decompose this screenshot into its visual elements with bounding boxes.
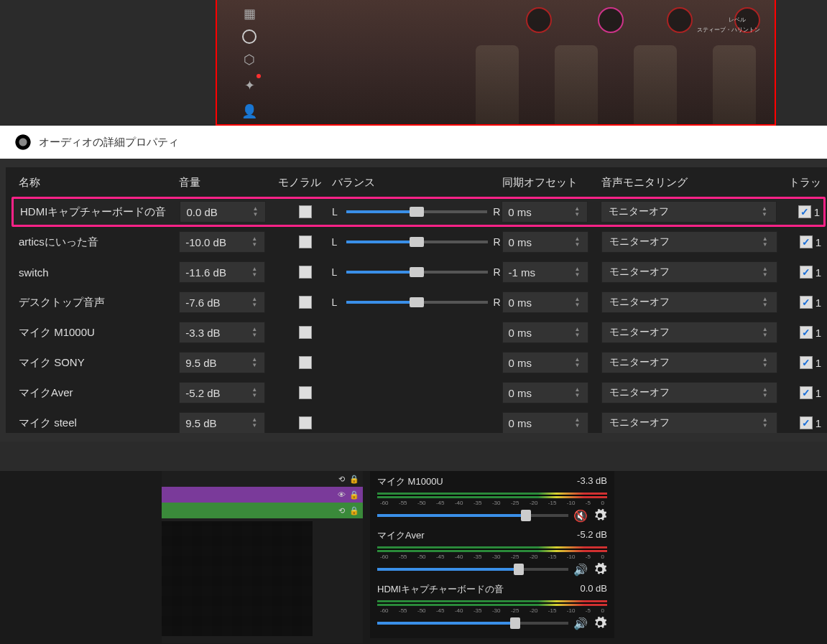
- volume-spinbox[interactable]: -3.3 dB▲▼: [179, 322, 265, 343]
- refresh-icon[interactable]: ⟲: [336, 473, 347, 485]
- meter-ticks: -60-55-50-45-40-35-30-25-20-15-10-50: [377, 554, 607, 560]
- balance-left-label: L: [332, 236, 341, 248]
- monitoring-dropdown[interactable]: モニターオフ▲▼: [601, 412, 777, 433]
- mono-checkbox[interactable]: [299, 386, 312, 399]
- track-1-checkbox[interactable]: [800, 386, 813, 399]
- monitoring-dropdown[interactable]: モニターオフ▲▼: [601, 291, 777, 313]
- lock-icon[interactable]: 🔒: [348, 505, 360, 516]
- mono-checkbox[interactable]: [299, 326, 312, 339]
- gear-icon[interactable]: [593, 562, 607, 577]
- spinbox-arrows-icon[interactable]: ▲▼: [251, 263, 262, 281]
- mono-checkbox[interactable]: [299, 266, 312, 279]
- offset-spinbox[interactable]: 0 ms▲▼: [502, 291, 588, 313]
- gear-icon[interactable]: [593, 616, 607, 630]
- track-1-checkbox[interactable]: [800, 266, 813, 279]
- speaker-icon[interactable]: 🔊: [573, 615, 588, 631]
- balance-slider[interactable]: [346, 210, 487, 213]
- dropdown-arrows-icon[interactable]: ▲▼: [762, 205, 772, 219]
- spinbox-arrows-icon[interactable]: ▲▼: [251, 414, 262, 431]
- grid-icon[interactable]: ▦: [239, 4, 259, 24]
- offset-spinbox[interactable]: 0 ms▲▼: [502, 322, 588, 343]
- spinbox-arrows-icon[interactable]: ▲▼: [251, 294, 262, 311]
- monitoring-dropdown[interactable]: モニターオフ▲▼: [601, 261, 777, 283]
- mono-checkbox[interactable]: [299, 416, 312, 429]
- spinbox-arrows-icon[interactable]: ▲▼: [251, 384, 262, 401]
- lock-icon[interactable]: 🔒: [348, 489, 360, 500]
- track-1-checkbox[interactable]: [800, 356, 813, 369]
- offset-spinbox[interactable]: 0 ms▲▼: [502, 382, 588, 403]
- audio-row: マイク SONY 9.5 dB▲▼ 0 ms▲▼ モニターオフ▲▼ 1: [10, 347, 827, 378]
- dropdown-arrows-icon[interactable]: ▲▼: [762, 355, 772, 370]
- dialog-titlebar[interactable]: オーディオの詳細プロパティ: [0, 126, 827, 159]
- hex-icon[interactable]: ⬡: [239, 50, 259, 70]
- spinbox-arrows-icon[interactable]: ▲▼: [574, 203, 584, 220]
- volume-slider[interactable]: [377, 568, 568, 571]
- offset-spinbox[interactable]: 0 ms▲▼: [502, 201, 588, 223]
- volume-spinbox[interactable]: -11.6 dB▲▼: [179, 261, 265, 283]
- speaker-icon[interactable]: 🔊: [573, 561, 588, 577]
- speaker-muted-icon[interactable]: 🔇: [573, 508, 588, 523]
- balance-slider[interactable]: [346, 271, 488, 274]
- mono-checkbox[interactable]: [299, 296, 312, 309]
- source-row[interactable]: ⟲🔒: [162, 471, 363, 487]
- monitoring-dropdown[interactable]: モニターオフ▲▼: [601, 201, 777, 223]
- spinbox-arrows-icon[interactable]: ▲▼: [252, 203, 262, 220]
- volume-spinbox[interactable]: -7.6 dB▲▼: [179, 291, 265, 313]
- monitoring-dropdown[interactable]: モニターオフ▲▼: [601, 382, 777, 403]
- dropdown-arrows-icon[interactable]: ▲▼: [762, 235, 772, 249]
- track-1-checkbox[interactable]: [800, 326, 813, 339]
- spinbox-arrows-icon[interactable]: ▲▼: [251, 233, 262, 251]
- spinbox-arrows-icon[interactable]: ▲▼: [575, 354, 585, 371]
- dropdown-arrows-icon[interactable]: ▲▼: [762, 265, 772, 279]
- obs-icon: [14, 134, 32, 151]
- monitoring-dropdown[interactable]: モニターオフ▲▼: [601, 322, 777, 343]
- dropdown-arrows-icon[interactable]: ▲▼: [762, 416, 772, 430]
- volume-spinbox[interactable]: 9.5 dB▲▼: [179, 352, 265, 373]
- spinbox-arrows-icon[interactable]: ▲▼: [575, 414, 585, 431]
- track-1-checkbox[interactable]: [800, 235, 813, 248]
- mono-checkbox[interactable]: [299, 205, 312, 218]
- volume-spinbox[interactable]: -5.2 dB▲▼: [179, 382, 265, 403]
- volume-spinbox[interactable]: 9.5 dB▲▼: [179, 412, 265, 433]
- track-1-checkbox[interactable]: [798, 205, 811, 218]
- source-row[interactable]: ⟲🔒: [162, 503, 363, 518]
- spinbox-arrows-icon[interactable]: ▲▼: [575, 233, 585, 251]
- offset-spinbox[interactable]: 0 ms▲▼: [502, 352, 588, 373]
- ring-icon[interactable]: [242, 29, 257, 44]
- offset-spinbox[interactable]: -1 ms▲▼: [502, 261, 588, 283]
- volume-spinbox[interactable]: -10.0 dB▲▼: [179, 231, 265, 253]
- gear-icon[interactable]: [593, 508, 607, 523]
- eye-icon[interactable]: 👁: [336, 489, 347, 500]
- monitoring-dropdown[interactable]: モニターオフ▲▼: [601, 352, 777, 373]
- volume-slider[interactable]: [377, 514, 568, 517]
- offset-spinbox[interactable]: 0 ms▲▼: [502, 412, 588, 433]
- dropdown-arrows-icon[interactable]: ▲▼: [762, 325, 772, 340]
- volume-spinbox[interactable]: 0.0 dB▲▼: [180, 201, 266, 223]
- lock-icon[interactable]: 🔒: [348, 473, 360, 485]
- track-1-label: 1: [816, 297, 821, 309]
- person-icon[interactable]: 👤: [239, 101, 259, 121]
- spinbox-arrows-icon[interactable]: ▲▼: [575, 324, 585, 341]
- spinbox-arrows-icon[interactable]: ▲▼: [251, 324, 262, 341]
- main-window-bottom: ⟲🔒 👁🔒 ⟲🔒 マイク M1000U -3.3 dB -60-55-50-45…: [0, 471, 827, 644]
- header-mono: モノラル: [278, 176, 331, 190]
- dropdown-arrows-icon[interactable]: ▲▼: [762, 295, 772, 309]
- spinbox-arrows-icon[interactable]: ▲▼: [251, 354, 262, 371]
- volume-slider[interactable]: [377, 622, 568, 625]
- balance-slider[interactable]: [346, 301, 488, 304]
- track-1-checkbox[interactable]: [800, 296, 813, 309]
- monitoring-dropdown[interactable]: モニターオフ▲▼: [601, 231, 777, 253]
- dialog-title: オーディオの詳細プロパティ: [39, 136, 179, 149]
- refresh-icon[interactable]: ⟲: [336, 505, 347, 516]
- mono-checkbox[interactable]: [299, 356, 312, 369]
- spinbox-arrows-icon[interactable]: ▲▼: [575, 263, 585, 281]
- alert-icon[interactable]: ✦: [239, 75, 259, 95]
- track-1-checkbox[interactable]: [800, 416, 813, 429]
- spinbox-arrows-icon[interactable]: ▲▼: [575, 384, 585, 401]
- mono-checkbox[interactable]: [299, 235, 312, 248]
- spinbox-arrows-icon[interactable]: ▲▼: [575, 294, 585, 311]
- dropdown-arrows-icon[interactable]: ▲▼: [762, 386, 772, 400]
- source-row[interactable]: 👁🔒: [162, 487, 363, 503]
- balance-slider[interactable]: [346, 241, 488, 243]
- offset-spinbox[interactable]: 0 ms▲▼: [502, 231, 588, 253]
